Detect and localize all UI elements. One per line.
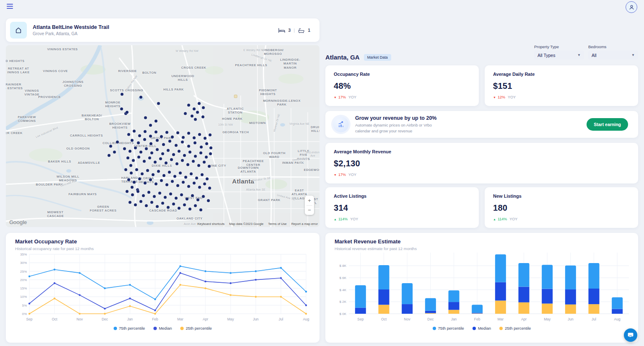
listing-marker[interactable] [148,191,151,194]
listing-marker[interactable] [155,131,158,134]
listing-marker[interactable] [177,184,179,187]
zoom-in-button[interactable]: + [305,196,314,205]
legend-item[interactable]: 75th percentile [114,326,145,331]
listing-marker[interactable] [187,145,190,148]
listing-marker[interactable] [149,178,152,181]
user-avatar-button[interactable] [626,1,637,13]
listing-marker[interactable] [206,178,209,181]
listing-marker[interactable] [202,116,205,119]
listing-marker[interactable] [169,140,171,143]
listing-marker[interactable] [131,139,134,142]
listing-marker[interactable] [157,102,160,105]
listing-marker[interactable] [156,139,159,142]
listing-marker[interactable] [172,203,175,206]
legend-item[interactable]: Median [473,326,491,331]
listing-marker[interactable] [126,111,129,114]
listing-marker[interactable] [175,197,178,200]
listing-marker[interactable] [166,183,169,186]
listing-marker[interactable] [140,151,143,154]
map[interactable]: VININGS ESTATESD HEIGHTSRETREAT AT INING… [6,45,319,227]
listing-marker[interactable] [164,196,167,199]
listing-marker[interactable] [205,156,208,159]
listing-marker[interactable] [137,142,140,145]
listing-marker[interactable] [129,150,132,153]
listing-marker[interactable] [131,194,134,196]
listing-marker[interactable] [196,111,199,114]
listing-marker[interactable] [176,163,179,165]
listing-marker[interactable] [120,108,123,111]
listing-marker[interactable] [155,120,158,123]
listing-marker[interactable] [125,168,127,171]
listing-marker[interactable] [167,206,170,209]
listing-marker[interactable] [193,108,196,111]
report-error-link[interactable]: Report a map error [291,222,318,226]
listing-marker[interactable] [133,130,136,133]
listing-marker[interactable] [160,135,163,138]
listing-marker[interactable] [191,194,194,197]
listing-marker[interactable] [178,150,181,153]
listing-marker[interactable] [202,195,205,198]
listing-marker[interactable] [209,152,212,155]
listing-marker[interactable] [171,136,174,139]
listing-marker[interactable] [184,176,187,179]
listing-marker[interactable] [160,179,163,182]
listing-marker[interactable] [180,194,183,196]
listing-marker[interactable] [189,208,192,211]
listing-marker[interactable] [189,151,192,154]
listing-marker[interactable] [209,134,212,137]
listing-marker[interactable] [201,173,204,176]
listing-marker[interactable] [137,190,140,193]
listing-marker[interactable] [181,159,184,162]
listing-marker[interactable] [200,209,203,212]
listing-marker[interactable] [152,173,155,176]
listing-marker[interactable] [194,118,197,121]
listing-marker[interactable] [183,154,186,157]
listing-marker[interactable] [138,134,141,137]
occupancy-line-chart[interactable]: 0%5%10%15%20%25%30%35%SepOctNovDecJanFeb… [15,251,310,325]
property-type-select[interactable]: All Types ▼ [534,51,584,59]
terms-link[interactable]: Terms of Use [268,222,286,226]
listing-marker[interactable] [194,155,197,158]
legend-item[interactable]: 25th percentile [499,326,531,331]
listing-marker[interactable] [129,201,132,204]
listing-marker[interactable] [130,172,133,175]
listing-marker[interactable] [158,192,161,195]
listing-marker[interactable] [156,205,159,208]
listing-marker[interactable] [190,173,193,176]
listing-marker[interactable] [146,169,149,172]
listing-marker[interactable] [202,106,205,109]
legend-item[interactable]: 25th percentile [180,326,212,331]
listing-marker[interactable] [149,135,152,138]
listing-marker[interactable] [162,143,165,146]
listing-marker[interactable] [187,104,190,107]
listing-marker[interactable] [143,138,146,141]
listing-marker[interactable] [151,152,153,155]
listing-marker[interactable] [132,159,135,162]
listing-marker[interactable] [194,204,197,207]
listing-marker[interactable] [193,182,196,185]
listing-marker[interactable] [175,144,178,147]
listing-marker[interactable] [155,183,158,186]
listing-marker[interactable] [127,178,130,181]
listing-marker[interactable] [134,204,137,207]
listing-marker[interactable] [148,157,151,160]
listing-marker[interactable] [169,193,172,196]
listing-marker[interactable] [167,149,170,152]
listing-marker[interactable] [123,147,126,150]
listing-marker[interactable] [192,160,195,163]
listing-marker[interactable] [126,190,129,193]
listing-marker[interactable] [121,93,124,96]
listing-marker[interactable] [171,180,174,183]
listing-marker[interactable] [156,148,159,151]
listing-marker[interactable] [127,157,130,160]
listing-marker[interactable] [150,142,153,145]
listing-marker[interactable] [151,201,153,204]
listing-marker[interactable] [182,181,185,184]
listing-marker[interactable] [157,170,160,173]
listing-marker[interactable] [141,173,144,176]
listing-marker[interactable] [174,175,177,178]
listing-marker[interactable] [177,132,179,134]
listing-marker[interactable] [191,115,194,118]
zoom-out-button[interactable]: − [305,206,314,215]
listing-marker[interactable] [144,182,147,185]
